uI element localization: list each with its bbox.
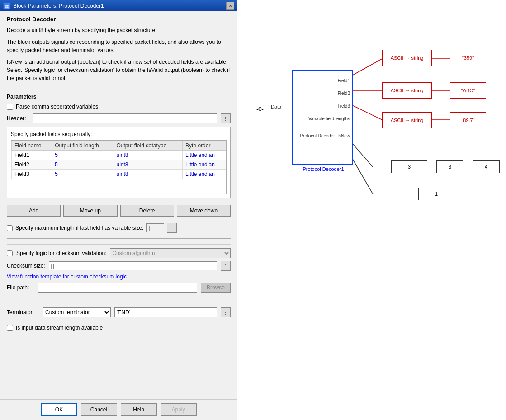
checksum-link[interactable]: View function template for custom checks… (7, 274, 127, 280)
parse-csv-checkbox[interactable] (7, 104, 13, 110)
ascii-block-1[interactable]: ASCII → string (382, 50, 432, 66)
checksum-size-label: Checksum size: (7, 263, 45, 269)
help-button[interactable]: Help (121, 403, 157, 416)
dialog-title: Block Parameters: Protocol Decoder1 (13, 3, 104, 9)
filepath-input[interactable] (38, 283, 197, 293)
svg-line-7 (350, 140, 373, 167)
move-up-button[interactable]: Move up (63, 205, 117, 217)
apply-button[interactable]: Apply (161, 403, 197, 416)
svg-line-8 (350, 154, 373, 194)
port-field3: Field3 (338, 104, 350, 109)
input-stream-checkbox[interactable] (7, 325, 13, 331)
cell-field1-type: uint8 (113, 151, 183, 160)
checksum-section: Specify logic for checksum validation: C… (7, 244, 231, 293)
header-row: Header: 'START' ⋮ (7, 113, 231, 123)
dialog-titlebar: ▦ Block Parameters: Protocol Decoder1 ✕ (0, 0, 237, 11)
cell-field3-order: Little endian (183, 170, 226, 179)
value-block-2[interactable]: 3 (436, 160, 463, 173)
source-block[interactable]: -C- (251, 102, 269, 116)
value-block-3[interactable]: 4 (473, 160, 500, 173)
terminator-label: Terminator: (7, 309, 39, 316)
terminator-options-btn[interactable]: ⋮ (221, 307, 231, 317)
svg-line-3 (350, 104, 382, 120)
table-row[interactable]: Field1 5 uint8 Little endian (12, 151, 226, 160)
value-block-4[interactable]: 1 (418, 188, 454, 200)
checksum-algorithm-dropdown[interactable]: Custom algorithm (110, 248, 231, 258)
params-label: Parameters (7, 94, 231, 100)
svg-line-1 (350, 59, 382, 77)
filepath-row: File path: Browse (7, 283, 231, 293)
decoder-block-label: Protocol Decoder1 (296, 166, 350, 172)
cell-field2-type: uint8 (113, 160, 183, 170)
filepath-label: File path: (7, 284, 34, 291)
value-block-1[interactable]: 3 (391, 160, 427, 173)
description1: Decode a uint8 byte stream by specifying… (7, 26, 231, 34)
col-output-length: Output field length (52, 141, 113, 151)
checksum-size-row: Checksum size: ⋮ (7, 261, 231, 271)
cancel-button[interactable]: Cancel (81, 403, 117, 416)
cell-field3-type: uint8 (113, 170, 183, 179)
cell-field2-name: Field2 (12, 160, 52, 170)
separator3 (7, 298, 231, 298)
section-title: Protocol Decoder (7, 16, 231, 23)
var-length-label: Specify maximum length if last field has… (15, 225, 143, 231)
cell-field2-length: 5 (52, 160, 113, 170)
var-length-checkbox[interactable] (7, 225, 13, 231)
dialog-footer: OK Cancel Help Apply (0, 399, 237, 420)
dialog-icon: ▦ (3, 2, 10, 9)
output-block-2[interactable]: "ABC" (450, 82, 486, 99)
checksum-size-options-btn[interactable]: ⋮ (221, 261, 231, 271)
data-label: Data (271, 104, 281, 109)
protocol-decoder-block[interactable]: Field1 Field2 Field3 Variable field leng… (292, 70, 353, 165)
terminator-row: Terminator: Custom terminator ⋮ (7, 307, 231, 317)
terminator-value-input[interactable] (114, 307, 217, 317)
titlebar-left: ▦ Block Parameters: Protocol Decoder1 (3, 2, 104, 9)
simulink-canvas: -C- Data Field1 Field2 Field3 Variable f… (237, 0, 506, 420)
port-isnew: Protocol Decoder IsNew (300, 133, 350, 138)
var-length-row: Specify maximum length if last field has… (7, 223, 231, 233)
separator2 (7, 238, 231, 239)
packet-fields-title: Specify packet fields sequentially: (11, 131, 227, 137)
ascii-block-3[interactable]: ASCII → string (382, 112, 432, 128)
cell-field1-name: Field1 (12, 151, 52, 160)
block-params-dialog: ▦ Block Parameters: Protocol Decoder1 ✕ … (0, 0, 237, 420)
dialog-content: Protocol Decoder Decode a uint8 byte str… (0, 11, 237, 399)
table-row[interactable]: Field3 5 uint8 Little endian (12, 170, 226, 179)
terminator-dropdown[interactable]: Custom terminator (43, 307, 111, 317)
cell-field3-length: 5 (52, 170, 113, 179)
header-label: Header: (7, 115, 29, 122)
checksum-row: Specify logic for checksum validation: C… (7, 248, 231, 258)
header-options-btn[interactable]: ⋮ (221, 113, 231, 123)
port-variable-fields: Variable field lengths (308, 116, 350, 121)
port-field2: Field2 (338, 91, 350, 96)
checksum-checkbox[interactable] (7, 250, 13, 256)
separator1 (7, 88, 231, 88)
fields-tbody: Field1 5 uint8 Little endian Field2 5 ui… (12, 151, 226, 179)
checksum-label: Specify logic for checksum validation: (16, 250, 106, 256)
cell-field3-name: Field3 (12, 170, 52, 179)
add-button[interactable]: Add (7, 205, 61, 217)
table-row[interactable]: Field2 5 uint8 Little endian (12, 160, 226, 170)
port-field1: Field1 (338, 78, 350, 83)
ascii-block-2[interactable]: ASCII → string (382, 82, 432, 99)
col-output-datatype: Output field datatype (113, 141, 183, 151)
checksum-size-input[interactable] (49, 261, 217, 270)
col-byte-order: Byte order (183, 141, 226, 151)
input-stream-label: Is input data stream length available (16, 325, 103, 331)
parse-csv-row: Parse comma seperated variables (7, 104, 231, 110)
table-btn-row: Add Move up Delete Move down (7, 205, 231, 217)
browse-button[interactable]: Browse (201, 283, 231, 293)
var-length-input[interactable] (146, 223, 164, 232)
delete-button[interactable]: Delete (120, 205, 174, 217)
output-block-3[interactable]: "89.7" (450, 112, 486, 128)
var-length-options-btn[interactable]: ⋮ (167, 223, 177, 233)
cell-field1-length: 5 (52, 151, 113, 160)
ok-button[interactable]: OK (41, 403, 77, 416)
terminator-section: Terminator: Custom terminator ⋮ (7, 307, 231, 317)
input-stream-row: Is input data stream length available (7, 325, 231, 331)
output-block-1[interactable]: "359" (450, 50, 486, 66)
move-down-button[interactable]: Move down (177, 205, 231, 217)
header-input[interactable]: 'START' (33, 113, 217, 123)
description3: IsNew is an additional output (boolean) … (7, 58, 231, 82)
close-button[interactable]: ✕ (226, 2, 234, 10)
